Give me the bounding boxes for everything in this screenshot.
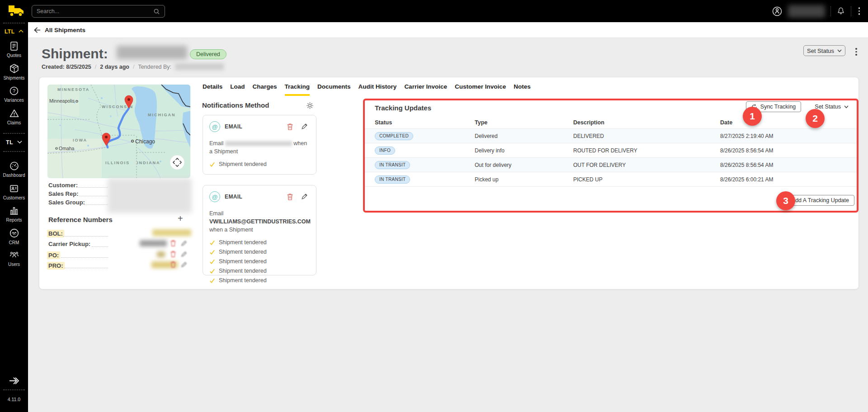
ltl-group-label: LTL — [5, 28, 14, 35]
trash-icon[interactable] — [287, 193, 293, 201]
notification-event: Shipment tendered — [209, 161, 310, 167]
tracking-updates-heading: Tracking Updates — [375, 104, 431, 112]
tracking-row[interactable]: IN TRANSIT Picked up PICKED UP 8/26/2025… — [363, 172, 857, 186]
dotted-leader — [78, 187, 108, 188]
check-icon — [209, 161, 215, 167]
sidebar-item-customers[interactable]: Customers — [0, 183, 28, 200]
shipments-icon — [9, 63, 20, 74]
dotted-leader — [63, 236, 108, 237]
tracking-row[interactable]: COMPLETED Delivered DELIVERED 8/27/2025 … — [363, 128, 857, 143]
username-redacted — [788, 5, 825, 18]
sidebar-divider — [3, 151, 25, 152]
tab-carrier-invoice[interactable]: Carrier Invoice — [404, 83, 447, 96]
map-label-michigan: MICHIGAN — [148, 113, 176, 117]
quotes-icon — [9, 41, 19, 52]
ref-carrier-pickup-label: Carrier Pickup: — [48, 241, 90, 247]
search-icon — [153, 8, 160, 15]
tab-audit-history[interactable]: Audit History — [359, 83, 397, 96]
add-tracking-update-button[interactable]: Add A Tracking Update — [786, 195, 854, 206]
sidebar-item-users[interactable]: Users — [0, 250, 28, 267]
tracking-row[interactable]: INFO Delivery info ROUTED FOR DELIVERY 8… — [363, 143, 857, 157]
breadcrumb: All Shipments — [28, 22, 868, 38]
tab-tracking[interactable]: Tracking — [285, 83, 310, 96]
add-reference-button[interactable]: + — [178, 214, 183, 223]
status-pill: IN TRANSIT — [375, 161, 410, 169]
ref-bol-value-redacted — [152, 229, 191, 236]
search-input[interactable] — [37, 8, 153, 14]
tab-load[interactable]: Load — [230, 83, 245, 96]
detail-tabs: Details Load Charges Tracking Documents … — [203, 83, 531, 96]
tab-details[interactable]: Details — [203, 83, 222, 96]
dotted-leader — [92, 246, 108, 247]
pencil-icon[interactable] — [181, 240, 187, 246]
ref-po-label: PO: — [47, 251, 60, 259]
tendered-by-redacted — [175, 63, 224, 70]
pencil-icon[interactable] — [181, 251, 187, 257]
user-profile-icon[interactable] — [772, 6, 783, 17]
tab-charges[interactable]: Charges — [253, 83, 277, 96]
annotation-step-2: 2 — [806, 109, 825, 128]
notifications-bell-icon[interactable] — [836, 6, 845, 16]
dotted-leader — [85, 204, 108, 205]
route-map[interactable]: MINNESOTA WISCONSIN MICHIGAN IOWA ILLINO… — [47, 85, 190, 178]
sidebar-item-variances[interactable]: ? Variances — [0, 85, 28, 103]
set-status-label: Set Status — [807, 47, 834, 54]
trash-icon[interactable] — [170, 251, 176, 258]
sidebar-item-shipments[interactable]: Shipments — [0, 63, 28, 81]
sidebar-group-tl[interactable]: TL — [0, 139, 28, 146]
sidebar-item-reports[interactable]: Reports — [0, 205, 28, 223]
sidebar-group-ltl[interactable]: LTL — [0, 28, 28, 35]
tracking-row[interactable]: IN TRANSIT Out for delivery OUT FOR DELI… — [363, 157, 857, 172]
chevron-down-icon — [17, 140, 22, 144]
reference-numbers-heading: Reference Numbers — [48, 216, 113, 223]
dashboard-icon — [9, 161, 20, 171]
sidebar-item-quotes[interactable]: Quotes — [0, 41, 28, 58]
map-label-indiana: INDIANA — [137, 161, 160, 165]
truck-logo-icon[interactable] — [7, 4, 25, 17]
app-version: 4.11.0 — [0, 397, 28, 402]
tab-notes[interactable]: Notes — [514, 83, 531, 96]
map-label-omaha: Omaha — [59, 146, 75, 151]
gear-icon[interactable] — [306, 102, 314, 109]
topbar-overflow-menu[interactable] — [857, 5, 862, 17]
svg-text:?: ? — [13, 88, 15, 94]
map-label-illinois: ILLINOIS — [105, 161, 130, 165]
notification-event: Shipment tendered — [209, 249, 310, 255]
tab-documents[interactable]: Documents — [317, 83, 351, 96]
notifications-method-heading: Notifications Method — [202, 101, 269, 109]
shipment-overflow-menu[interactable] — [854, 46, 859, 57]
sidebar-item-dashboard[interactable]: Dashboard — [0, 161, 28, 178]
meta-separator: / — [95, 64, 96, 70]
notification-event: Shipment tendered — [209, 239, 310, 246]
pencil-icon[interactable] — [301, 123, 308, 130]
notification-card-email-1: @ EMAIL Email when a Shipment Shipment t… — [203, 115, 316, 175]
status-pill: INFO — [375, 147, 395, 155]
map-pan-control[interactable] — [170, 155, 184, 170]
sidebar-item-crm[interactable]: CRM — [0, 227, 28, 245]
dotted-leader — [65, 268, 108, 268]
tab-customer-invoice[interactable]: Customer Invoice — [455, 83, 506, 96]
pencil-icon[interactable] — [301, 193, 308, 200]
sidebar-item-claims[interactable]: Claims — [0, 108, 28, 125]
check-icon — [209, 278, 215, 284]
dotted-leader — [61, 257, 108, 258]
status-pill: COMPLETED — [375, 132, 413, 140]
ref-carrier-pickup-value-redacted — [140, 240, 167, 246]
created-label: Created: — [42, 64, 65, 70]
set-status-button[interactable]: Set Status — [803, 45, 845, 56]
trash-icon[interactable] — [170, 240, 176, 247]
back-arrow-icon[interactable] — [33, 27, 41, 33]
sidebar-divider — [3, 389, 25, 390]
top-bar — [0, 0, 868, 22]
shipment-number-redacted — [117, 46, 187, 59]
check-icon — [209, 240, 215, 246]
claims-icon — [9, 108, 20, 119]
global-search[interactable] — [32, 5, 165, 18]
users-icon — [9, 250, 20, 260]
notification-event: Shipment tendered — [209, 258, 310, 265]
sidebar-collapse-toggle[interactable] — [0, 375, 28, 387]
trash-icon[interactable] — [170, 261, 176, 268]
trash-icon[interactable] — [287, 123, 293, 131]
breadcrumb-all-shipments[interactable]: All Shipments — [45, 27, 85, 33]
pencil-icon[interactable] — [181, 261, 187, 268]
